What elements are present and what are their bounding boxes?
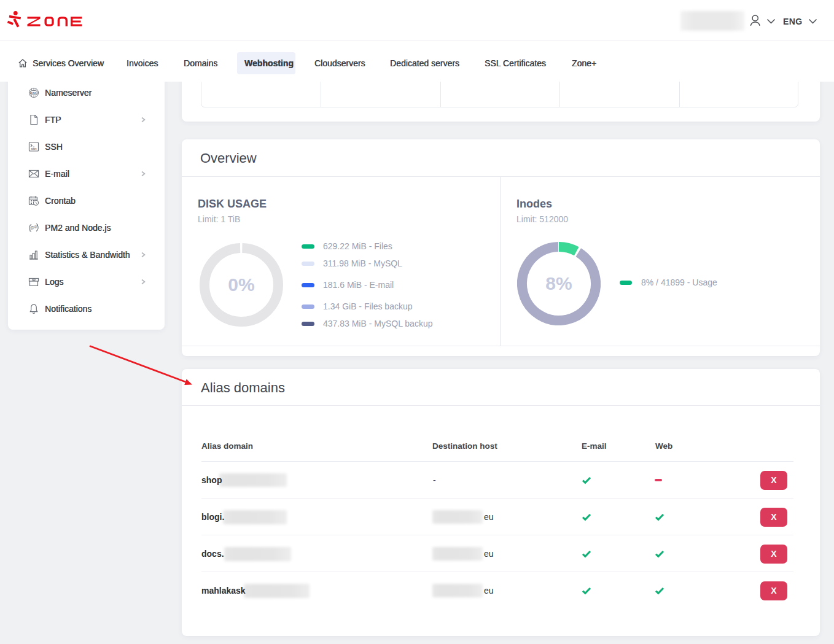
svg-text:@: @: [34, 225, 37, 228]
svg-text:DNS: DNS: [31, 91, 36, 95]
svg-text:SSH: SSH: [31, 147, 36, 150]
